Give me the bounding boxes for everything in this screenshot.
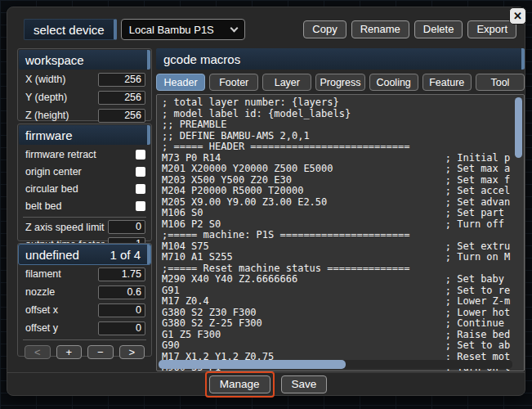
tab-progress[interactable]: Progress: [315, 74, 364, 91]
workspace-row-x: X (width) 256: [18, 71, 151, 88]
gcode-editor-text[interactable]: ; total layer number: {layers} ; model l…: [157, 95, 524, 371]
close-button[interactable]: ✕: [509, 7, 526, 25]
gcode-editor[interactable]: ; total layer number: {layers} ; model l…: [156, 94, 525, 371]
y-depth-label: Y (depth): [25, 92, 67, 103]
undefined-panel-title: undefined: [25, 248, 79, 262]
export-button[interactable]: Export: [467, 20, 516, 38]
firmware-retract-row: firmware retract: [18, 146, 151, 162]
prev-item-button[interactable]: <: [25, 345, 51, 359]
undefined-panel: undefined 1 of 4 filament 1.75 nozzle 0.…: [17, 243, 152, 357]
circular-bed-checkbox[interactable]: [136, 184, 145, 194]
workspace-row-y: Y (depth) 256: [18, 89, 151, 106]
tab-cooling[interactable]: Cooling: [369, 74, 418, 91]
horizontal-scrollbar-thumb[interactable]: [159, 360, 346, 369]
tab-layer[interactable]: Layer: [262, 74, 311, 91]
filament-row: filament 1.75: [18, 266, 151, 282]
dialog-footer: Manage Save: [7, 372, 525, 395]
next-item-button[interactable]: >: [119, 345, 145, 359]
device-dropdown-value: Local Bambu P1S: [129, 24, 214, 36]
toolbar: select device Local Bambu P1S Copy Renam…: [24, 19, 516, 40]
tab-footer[interactable]: Footer: [209, 74, 258, 91]
workspace-panel: workspace X (width) 256 Y (depth) 256 Z …: [17, 48, 152, 121]
z-height-label: Z (height): [25, 110, 69, 121]
tab-tool[interactable]: Tool: [476, 74, 525, 91]
workspace-panel-header: workspace: [19, 50, 150, 70]
filament-field[interactable]: 1.75: [98, 267, 145, 281]
belt-bed-label: belt bed: [25, 200, 61, 212]
z-height-field[interactable]: 256: [98, 109, 145, 123]
origin-center-checkbox[interactable]: [136, 167, 145, 177]
filament-label: filament: [25, 268, 61, 280]
firmware-panel: firmware firmware retract origin center …: [17, 124, 152, 241]
firmware-divider: [23, 217, 146, 218]
z-speed-limit-field[interactable]: 0: [108, 220, 145, 234]
firmware-retract-checkbox[interactable]: [136, 150, 145, 160]
copy-button[interactable]: Copy: [303, 20, 346, 38]
firmware-retract-label: firmware retract: [25, 149, 96, 160]
close-icon: ✕: [513, 10, 522, 22]
y-depth-field[interactable]: 256: [98, 91, 145, 105]
circular-bed-row: circular bed: [18, 181, 151, 196]
firmware-panel-title: firmware: [25, 128, 73, 142]
select-device-label: select device: [24, 19, 117, 40]
undefined-nav: < + − >: [18, 340, 151, 359]
firmware-panel-header: firmware: [19, 125, 150, 145]
nozzle-field[interactable]: 0.6: [98, 285, 145, 299]
macro-tabs: Header Footer Layer Progress Cooling Fea…: [156, 74, 525, 91]
belt-bed-checkbox[interactable]: [136, 201, 145, 211]
x-width-field[interactable]: 256: [98, 73, 145, 87]
undefined-panel-counter: 1 of 4: [110, 248, 141, 262]
nozzle-row: nozzle 0.6: [18, 284, 151, 300]
offset-x-row: offset x 0: [18, 302, 151, 318]
add-item-button[interactable]: +: [56, 345, 83, 359]
tab-feature[interactable]: Feature: [422, 74, 472, 91]
remove-item-button[interactable]: −: [87, 345, 114, 359]
offset-x-field[interactable]: 0: [98, 303, 145, 317]
delete-button[interactable]: Delete: [414, 20, 463, 38]
tab-header[interactable]: Header: [156, 74, 205, 91]
z-speed-limit-label: Z axis speed limit: [25, 222, 105, 233]
offset-x-label: offset x: [25, 304, 58, 316]
gcode-macros-title: gcode macros: [163, 52, 240, 66]
offset-y-row: offset y 0: [18, 320, 151, 336]
offset-y-label: offset y: [25, 322, 58, 334]
save-button[interactable]: Save: [281, 375, 328, 393]
offset-y-field[interactable]: 0: [98, 321, 145, 335]
device-dropdown[interactable]: Local Bambu P1S: [121, 19, 245, 40]
undefined-panel-header: undefined 1 of 4: [19, 245, 150, 264]
workspace-row-z: Z (height) 256: [18, 107, 151, 124]
z-speed-limit-row: Z axis speed limit 0: [18, 219, 151, 235]
vertical-scrollbar-thumb[interactable]: [515, 97, 522, 158]
manage-button[interactable]: Manage: [209, 375, 270, 393]
nozzle-label: nozzle: [25, 286, 55, 298]
x-width-label: X (width): [25, 74, 65, 85]
rename-button[interactable]: Rename: [351, 20, 409, 38]
origin-center-label: origin center: [25, 166, 82, 178]
chevron-down-icon: [230, 24, 238, 32]
horizontal-scrollbar-track[interactable]: [159, 360, 512, 369]
workspace-panel-title: workspace: [25, 53, 84, 67]
origin-center-row: origin center: [18, 164, 151, 179]
belt-bed-row: belt bed: [18, 198, 151, 213]
toolbar-actions: Copy Rename Delete Export: [303, 20, 516, 38]
gcode-macros-header: gcode macros: [156, 48, 525, 70]
device-settings-dialog: select device Local Bambu P1S Copy Renam…: [7, 7, 525, 396]
manage-button-highlight-box: Manage: [205, 371, 275, 398]
circular-bed-label: circular bed: [25, 183, 78, 195]
